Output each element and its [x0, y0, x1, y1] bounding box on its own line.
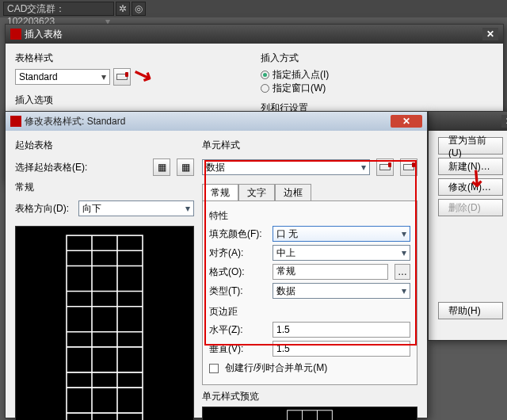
pick-table-button[interactable]: ▦	[153, 158, 170, 176]
annotation-box	[204, 160, 417, 346]
cell-preview-label: 单元样式预览	[202, 390, 417, 403]
insert-table-titlebar[interactable]: 插入表格 ✕	[6, 25, 503, 44]
cell-preview-icon	[203, 407, 417, 420]
target-icon[interactable]: ◎	[132, 2, 146, 16]
autocad-icon	[10, 29, 21, 40]
table-new-icon	[116, 74, 128, 80]
insert-table-title: 插入表格	[25, 28, 63, 41]
modify-titlebar[interactable]: 修改表格样式: Standard ✕	[6, 112, 427, 131]
merge-label: 创建行/列时合并单元(M)	[225, 361, 327, 375]
set-current-button[interactable]: 置为当前(U)	[438, 137, 503, 155]
merge-checkbox[interactable]	[209, 364, 219, 373]
close-icon[interactable]: ✕	[501, 115, 507, 128]
modify-title: 修改表格样式: Standard	[25, 115, 125, 128]
table-preview	[15, 226, 194, 420]
cell-style-preview	[202, 407, 417, 420]
select-start-label: 选择起始表格(E):	[15, 161, 147, 174]
table-pick-icon: ▦	[158, 162, 166, 173]
close-icon[interactable]: ✕	[391, 115, 422, 128]
insert-point-radio[interactable]: 指定插入点(I)	[261, 68, 494, 82]
close-icon[interactable]: ✕	[482, 28, 498, 40]
style-manager-window: ✕ 置为当前(U) 新建(N)… 修改(M)… 删除(D) 帮助(H)	[428, 111, 507, 341]
remove-table-button[interactable]: ▦	[177, 158, 194, 176]
table-preview-icon	[16, 227, 193, 420]
style-manager-titlebar[interactable]: ✕	[429, 112, 507, 131]
table-dir-dropdown[interactable]: 向下	[78, 200, 194, 216]
cell-style-label: 单元样式	[202, 139, 417, 152]
autocad-icon	[10, 116, 21, 127]
insert-options-label: 插入选项	[15, 94, 245, 107]
radio-dot-icon	[261, 84, 269, 93]
insert-window-radio[interactable]: 指定窗口(W)	[261, 82, 494, 95]
general-label: 常规	[15, 181, 194, 194]
table-remove-icon: ▦	[181, 162, 190, 173]
svg-rect-15	[288, 410, 333, 420]
insert-method-label: 插入方式	[261, 52, 494, 65]
table-style-dropdown[interactable]: Standard	[15, 69, 110, 85]
edit-style-button[interactable]	[113, 68, 131, 86]
cad-group-field[interactable]: CAD交流群：102203623 ▾	[3, 2, 114, 16]
table-dir-label: 表格方向(D):	[15, 202, 72, 216]
radio-dot-icon	[261, 71, 269, 79]
table-style-label: 表格样式	[15, 52, 245, 65]
start-table-label: 起始表格	[15, 139, 194, 152]
delete-style-button: 删除(D)	[438, 199, 503, 216]
gear-icon[interactable]: ✲	[116, 2, 130, 16]
svg-rect-0	[67, 235, 143, 420]
help-button[interactable]: 帮助(H)	[438, 302, 503, 319]
